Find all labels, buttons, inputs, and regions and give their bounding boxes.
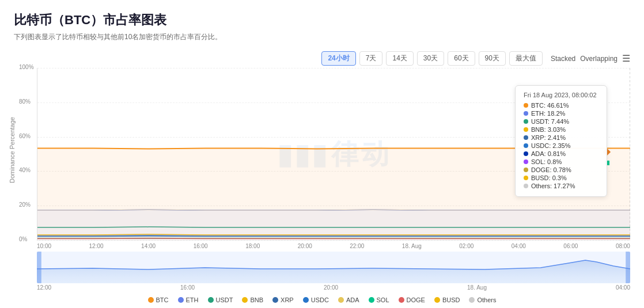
legend-label-usdt: USDT [216,296,233,303]
tooltip-dot-eth [524,111,528,116]
time-btn-30d[interactable]: 30天 [417,51,444,66]
legend-doge[interactable]: DOGE [399,296,425,303]
y-tick-100: 100% [19,64,34,70]
mini-x-0400: 04:00 [616,284,630,291]
tooltip-dot-busd [524,176,528,180]
hamburger-icon[interactable]: ☰ [622,53,630,64]
legend-ada[interactable]: ADA [338,296,359,303]
time-btn-14d[interactable]: 14天 [386,51,413,66]
legend-label-usdc: USDC [311,296,329,303]
svg-marker-3 [37,260,630,283]
tooltip-eth-label: ETH: 18.2% [531,110,565,117]
legend-usdc[interactable]: USDC [303,296,329,303]
chart-controls: 24小时 7天 14天 30天 60天 90天 最大值 Stacked Over… [14,51,630,66]
legend-sol[interactable]: SOL [369,296,389,303]
x-tick-0600: 06:00 [563,243,578,249]
tooltip-dot-sol [524,159,528,164]
mini-x-1600: 16:00 [180,284,195,291]
tooltip-dot-btc [524,103,528,108]
legend-dot-bnb [242,297,248,303]
chart-container: 24小时 7天 14天 30天 60天 90天 最大值 Stacked Over… [14,51,630,303]
tooltip-row-usdc: USDC: 2.35% [524,142,598,149]
tooltip-row-others: Others: 17.27% [524,182,598,189]
x-tick-1800: 18:00 [245,243,260,249]
time-btn-90d[interactable]: 90天 [479,51,506,66]
legend-label-eth: ETH [186,296,199,303]
legend-eth[interactable]: ETH [178,296,199,303]
y-tick-80: 80% [19,98,31,105]
page-title: 比特币（BTC）市占率图表 [14,12,630,29]
tooltip-sol-label: SOL: 0.8% [531,158,562,165]
tooltip-dot-bnb [524,127,528,132]
stacked-label[interactable]: Stacked [551,55,575,63]
tooltip-row-ada: ADA: 0.81% [524,150,598,157]
time-btn-7d[interactable]: 7天 [359,51,383,66]
mini-x-1200: 12:00 [37,284,51,291]
legend-bnb[interactable]: BNB [242,296,263,303]
tooltip-btc-label: BTC: 46.61% [531,102,569,109]
legend-label-btc: BTC [156,296,169,303]
tooltip-date: Fri 18 Aug 2023, 08:00:02 [524,92,598,98]
time-btn-24h[interactable]: 24小时 [321,51,355,66]
mini-x-axis: 12:00 16:00 20:00 18. Aug 04:00 [37,284,630,291]
y-tick-20: 20% [19,201,31,208]
legend-dot-ada [338,297,344,303]
mini-x-aug18: 18. Aug [467,284,487,291]
x-tick-1600: 16:00 [194,243,208,249]
tooltip-row-doge: DOGE: 0.78% [524,166,598,173]
tooltip-dot-doge [524,168,528,172]
legend-btc[interactable]: BTC [148,296,169,303]
tooltip-row-busd: BUSD: 0.3% [524,174,598,181]
tooltip-doge-label: DOGE: 0.78% [531,166,571,173]
x-tick-0400: 04:00 [512,243,526,249]
legend-dot-busd [434,297,440,303]
tooltip-xrp-label: XRP: 2.41% [531,134,566,141]
legend-label-others: Others [477,296,496,303]
legend-label-doge: DOGE [407,296,425,303]
x-tick-2000: 20:00 [298,243,312,249]
tooltip-usdt-label: USDT: 7.44% [531,118,569,125]
tooltip-dot-usdc [524,143,528,148]
tooltip-box: Fri 18 Aug 2023, 08:00:02 BTC: 46.61% ET… [515,85,607,197]
legend-label-xrp: XRP [281,296,294,303]
x-tick-0200: 02:00 [459,243,473,249]
tooltip-dot-usdt [524,119,528,124]
legend-busd[interactable]: BUSD [434,296,460,303]
chart-wrapper: Dominance Percentage 100% 80% 60% 40% 20… [14,68,630,291]
tooltip-dot-ada [524,151,528,156]
tooltip-busd-label: BUSD: 0.3% [531,174,567,181]
chart-type-controls: Stacked Overlapping ☰ [551,53,630,64]
tooltip-usdc-label: USDC: 2.35% [531,142,570,149]
legend-usdt[interactable]: USDT [208,296,233,303]
tooltip-row-usdt: USDT: 7.44% [524,118,598,125]
mini-chart-svg [37,252,630,283]
mini-x-2000: 20:00 [324,284,338,291]
tooltip-row-btc: BTC: 46.61% [524,102,598,109]
tooltip-row-sol: SOL: 0.8% [524,158,598,165]
legend-xrp[interactable]: XRP [272,296,294,303]
legend-dot-sol [369,297,374,303]
mini-chart-area[interactable] [37,252,630,283]
tooltip-dot-xrp [524,135,528,140]
legend-dot-others [469,297,475,303]
time-btn-60d[interactable]: 60天 [448,51,475,66]
legend-dot-eth [178,297,184,303]
legend-others[interactable]: Others [469,296,496,303]
legend-label-busd: BUSD [442,296,460,303]
legend: BTC ETH USDT BNB XRP USDC ADA SOL [14,296,630,303]
tooltip-bnb-label: BNB: 3.03% [531,126,566,133]
legend-dot-btc [148,297,154,303]
tooltip-ada-label: ADA: 0.81% [531,150,566,157]
x-tick-aug18: 18. Aug [402,243,422,249]
x-axis: 10:00 12:00 14:00 16:00 18:00 20:00 22:0… [37,241,630,249]
svg-marker-1 [37,210,630,240]
x-tick-1200: 12:00 [89,243,104,249]
time-btn-max[interactable]: 最大值 [509,51,543,66]
main-chart-area: 100% 80% 60% 40% 20% 0% ▮▮▮ 律动 [37,68,630,241]
legend-dot-usdt [208,297,214,303]
y-tick-0: 0% [19,236,27,242]
y-axis-label: Dominance Percentage [9,117,16,183]
overlapping-label[interactable]: Overlapping [580,55,618,63]
svg-rect-5 [626,252,630,283]
svg-rect-4 [37,252,41,283]
